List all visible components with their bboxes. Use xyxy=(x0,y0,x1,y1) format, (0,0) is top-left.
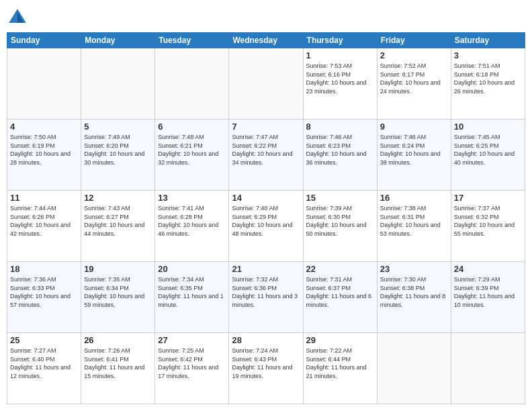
calendar-cell: 7Sunrise: 7:47 AM Sunset: 6:22 PM Daylig… xyxy=(229,120,303,191)
day-number: 27 xyxy=(158,335,226,345)
day-number: 4 xyxy=(10,122,78,132)
calendar-cell: 29Sunrise: 7:22 AM Sunset: 6:44 PM Dayli… xyxy=(303,333,377,404)
week-row-2: 4Sunrise: 7:50 AM Sunset: 6:19 PM Daylig… xyxy=(7,120,525,191)
day-number: 5 xyxy=(84,122,152,132)
day-number: 13 xyxy=(158,193,226,203)
calendar-cell: 20Sunrise: 7:34 AM Sunset: 6:35 PM Dayli… xyxy=(155,262,229,333)
day-number: 11 xyxy=(10,193,78,203)
col-header-thursday: Thursday xyxy=(303,33,377,48)
calendar-cell: 27Sunrise: 7:25 AM Sunset: 6:42 PM Dayli… xyxy=(155,333,229,404)
day-info: Sunrise: 7:22 AM Sunset: 6:44 PM Dayligh… xyxy=(306,347,374,380)
day-info: Sunrise: 7:35 AM Sunset: 6:34 PM Dayligh… xyxy=(84,275,152,309)
day-info: Sunrise: 7:45 AM Sunset: 6:25 PM Dayligh… xyxy=(454,133,522,167)
day-info: Sunrise: 7:25 AM Sunset: 6:42 PM Dayligh… xyxy=(158,347,226,380)
day-number: 16 xyxy=(380,193,448,203)
calendar-cell: 15Sunrise: 7:39 AM Sunset: 6:30 PM Dayli… xyxy=(303,191,377,262)
day-info: Sunrise: 7:24 AM Sunset: 6:43 PM Dayligh… xyxy=(232,347,300,380)
day-info: Sunrise: 7:32 AM Sunset: 6:36 PM Dayligh… xyxy=(232,275,300,309)
day-number: 3 xyxy=(454,50,522,60)
day-number: 17 xyxy=(454,193,522,203)
day-number: 15 xyxy=(306,193,374,203)
col-header-tuesday: Tuesday xyxy=(155,33,229,48)
day-number: 22 xyxy=(306,264,374,274)
day-number: 21 xyxy=(232,264,300,274)
calendar-cell: 24Sunrise: 7:29 AM Sunset: 6:39 PM Dayli… xyxy=(451,262,525,333)
calendar-cell: 22Sunrise: 7:31 AM Sunset: 6:37 PM Dayli… xyxy=(303,262,377,333)
calendar-cell: 3Sunrise: 7:51 AM Sunset: 6:18 PM Daylig… xyxy=(451,48,525,120)
page: SundayMondayTuesdayWednesdayThursdayFrid… xyxy=(0,0,532,411)
calendar-cell: 25Sunrise: 7:27 AM Sunset: 6:40 PM Dayli… xyxy=(7,333,81,404)
day-info: Sunrise: 7:31 AM Sunset: 6:37 PM Dayligh… xyxy=(306,275,374,309)
day-info: Sunrise: 7:52 AM Sunset: 6:17 PM Dayligh… xyxy=(380,62,448,95)
day-info: Sunrise: 7:40 AM Sunset: 6:29 PM Dayligh… xyxy=(232,204,300,238)
calendar-cell: 11Sunrise: 7:44 AM Sunset: 6:26 PM Dayli… xyxy=(7,191,81,262)
day-number: 9 xyxy=(380,122,448,132)
day-info: Sunrise: 7:26 AM Sunset: 6:41 PM Dayligh… xyxy=(84,347,152,380)
calendar-cell xyxy=(229,48,303,120)
calendar-cell: 28Sunrise: 7:24 AM Sunset: 6:43 PM Dayli… xyxy=(229,333,303,404)
calendar-cell: 19Sunrise: 7:35 AM Sunset: 6:34 PM Dayli… xyxy=(81,262,155,333)
day-info: Sunrise: 7:27 AM Sunset: 6:40 PM Dayligh… xyxy=(10,347,78,380)
day-info: Sunrise: 7:50 AM Sunset: 6:19 PM Dayligh… xyxy=(10,133,78,167)
day-info: Sunrise: 7:34 AM Sunset: 6:35 PM Dayligh… xyxy=(158,275,226,309)
col-header-saturday: Saturday xyxy=(451,33,525,48)
logo xyxy=(7,7,31,28)
calendar-cell: 12Sunrise: 7:43 AM Sunset: 6:27 PM Dayli… xyxy=(81,191,155,262)
day-info: Sunrise: 7:46 AM Sunset: 6:24 PM Dayligh… xyxy=(380,133,448,167)
calendar-cell: 14Sunrise: 7:40 AM Sunset: 6:29 PM Dayli… xyxy=(229,191,303,262)
calendar-cell: 4Sunrise: 7:50 AM Sunset: 6:19 PM Daylig… xyxy=(7,120,81,191)
day-number: 23 xyxy=(380,264,448,274)
day-info: Sunrise: 7:41 AM Sunset: 6:28 PM Dayligh… xyxy=(158,204,226,238)
day-info: Sunrise: 7:29 AM Sunset: 6:39 PM Dayligh… xyxy=(454,275,522,309)
calendar-cell: 2Sunrise: 7:52 AM Sunset: 6:17 PM Daylig… xyxy=(377,48,451,120)
logo-icon xyxy=(7,7,28,28)
week-row-4: 18Sunrise: 7:36 AM Sunset: 6:33 PM Dayli… xyxy=(7,262,525,333)
day-info: Sunrise: 7:43 AM Sunset: 6:27 PM Dayligh… xyxy=(84,204,152,238)
calendar-cell xyxy=(155,48,229,120)
calendar-cell: 26Sunrise: 7:26 AM Sunset: 6:41 PM Dayli… xyxy=(81,333,155,404)
calendar-cell xyxy=(81,48,155,120)
day-info: Sunrise: 7:48 AM Sunset: 6:21 PM Dayligh… xyxy=(158,133,226,167)
col-header-wednesday: Wednesday xyxy=(229,33,303,48)
day-number: 20 xyxy=(158,264,226,274)
day-number: 18 xyxy=(10,264,78,274)
calendar-cell xyxy=(377,333,451,404)
header xyxy=(7,7,525,28)
week-row-5: 25Sunrise: 7:27 AM Sunset: 6:40 PM Dayli… xyxy=(7,333,525,404)
day-number: 6 xyxy=(158,122,226,132)
calendar-cell xyxy=(451,333,525,404)
week-row-1: 1Sunrise: 7:53 AM Sunset: 6:16 PM Daylig… xyxy=(7,48,525,120)
calendar-cell: 17Sunrise: 7:37 AM Sunset: 6:32 PM Dayli… xyxy=(451,191,525,262)
calendar-cell: 18Sunrise: 7:36 AM Sunset: 6:33 PM Dayli… xyxy=(7,262,81,333)
day-info: Sunrise: 7:46 AM Sunset: 6:23 PM Dayligh… xyxy=(306,133,374,167)
day-info: Sunrise: 7:39 AM Sunset: 6:30 PM Dayligh… xyxy=(306,204,374,238)
day-info: Sunrise: 7:47 AM Sunset: 6:22 PM Dayligh… xyxy=(232,133,300,167)
calendar-cell: 8Sunrise: 7:46 AM Sunset: 6:23 PM Daylig… xyxy=(303,120,377,191)
day-number: 28 xyxy=(232,335,300,345)
calendar-cell: 23Sunrise: 7:30 AM Sunset: 6:38 PM Dayli… xyxy=(377,262,451,333)
day-number: 14 xyxy=(232,193,300,203)
calendar-cell: 6Sunrise: 7:48 AM Sunset: 6:21 PM Daylig… xyxy=(155,120,229,191)
day-info: Sunrise: 7:36 AM Sunset: 6:33 PM Dayligh… xyxy=(10,275,78,309)
day-number: 24 xyxy=(454,264,522,274)
col-header-monday: Monday xyxy=(81,33,155,48)
day-number: 10 xyxy=(454,122,522,132)
day-number: 7 xyxy=(232,122,300,132)
calendar-cell: 5Sunrise: 7:49 AM Sunset: 6:20 PM Daylig… xyxy=(81,120,155,191)
day-info: Sunrise: 7:53 AM Sunset: 6:16 PM Dayligh… xyxy=(306,62,374,95)
day-number: 25 xyxy=(10,335,78,345)
calendar-table: SundayMondayTuesdayWednesdayThursdayFrid… xyxy=(7,32,525,404)
day-info: Sunrise: 7:49 AM Sunset: 6:20 PM Dayligh… xyxy=(84,133,152,167)
calendar-cell: 1Sunrise: 7:53 AM Sunset: 6:16 PM Daylig… xyxy=(303,48,377,120)
day-number: 26 xyxy=(84,335,152,345)
day-info: Sunrise: 7:44 AM Sunset: 6:26 PM Dayligh… xyxy=(10,204,78,238)
calendar-header-row: SundayMondayTuesdayWednesdayThursdayFrid… xyxy=(7,33,525,48)
day-number: 8 xyxy=(306,122,374,132)
day-number: 19 xyxy=(84,264,152,274)
week-row-3: 11Sunrise: 7:44 AM Sunset: 6:26 PM Dayli… xyxy=(7,191,525,262)
day-number: 29 xyxy=(306,335,374,345)
calendar-cell: 13Sunrise: 7:41 AM Sunset: 6:28 PM Dayli… xyxy=(155,191,229,262)
col-header-friday: Friday xyxy=(377,33,451,48)
calendar-cell: 9Sunrise: 7:46 AM Sunset: 6:24 PM Daylig… xyxy=(377,120,451,191)
col-header-sunday: Sunday xyxy=(7,33,81,48)
